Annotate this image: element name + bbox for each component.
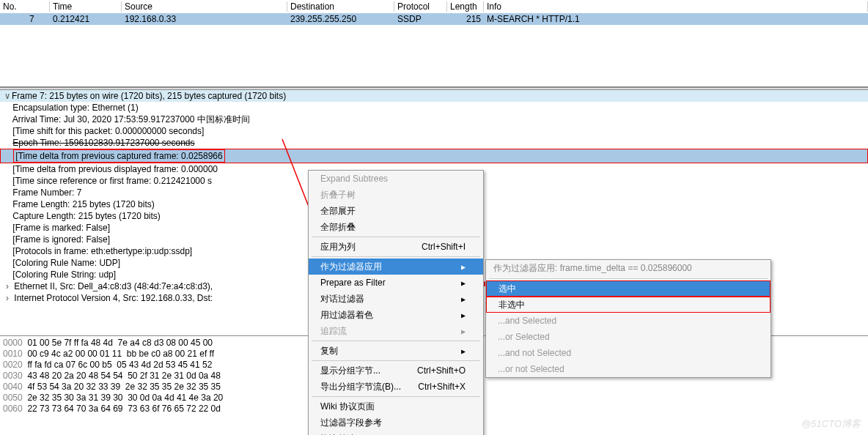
submenu-selected[interactable]: 选中: [486, 280, 770, 297]
menu-protocol-prefs[interactable]: 协议首选项▶: [309, 431, 483, 435]
pkt-dst: 239.255.255.250: [287, 14, 394, 24]
pkt-src: 192.168.0.33: [122, 14, 287, 24]
menu-expand-all[interactable]: 全部展开: [309, 203, 483, 219]
apply-filter-submenu: 作为过滤器应用: frame.time_delta == 0.025896000…: [485, 259, 771, 378]
pkt-len: 215: [447, 14, 484, 24]
menu-field-ref[interactable]: 过滤器字段参考: [309, 414, 483, 431]
menu-expand-subtrees[interactable]: Expand Subtrees: [309, 171, 483, 187]
menu-copy[interactable]: 复制▶: [309, 343, 483, 359]
menu-collapse-all[interactable]: 全部折叠: [309, 219, 483, 235]
menu-separator: [312, 341, 480, 341]
menu-colorize-filter[interactable]: 用过滤器着色▶: [309, 307, 483, 323]
pkt-proto: SSDP: [394, 14, 447, 24]
col-source[interactable]: Source: [122, 1, 287, 12]
submenu-and-selected[interactable]: ...and Selected: [486, 313, 770, 329]
menu-separator: [312, 256, 480, 257]
col-length[interactable]: Length: [447, 1, 484, 12]
col-no[interactable]: No.: [0, 1, 50, 12]
tree-timeshift[interactable]: [Time shift for this packet: 0.000000000…: [0, 125, 868, 137]
packet-list-empty: [0, 25, 868, 86]
submenu-arrow-icon: ▶: [461, 279, 466, 287]
packet-row[interactable]: 7 0.212421 192.168.0.33 239.255.255.250 …: [0, 13, 868, 25]
submenu-or-not-selected[interactable]: ...or not Selected: [486, 361, 770, 377]
watermark: @51CTO博客: [801, 417, 861, 431]
packet-list-pane: No. Time Source Destination Protocol Len…: [0, 0, 868, 87]
menu-apply-column[interactable]: 应用为列Ctrl+Shift+I: [309, 239, 483, 255]
menu-export-bytes[interactable]: 导出分组字节流(B)...Ctrl+Shift+X: [309, 379, 483, 395]
context-menu: Expand Subtrees 折叠子树 全部展开 全部折叠 应用为列Ctrl+…: [308, 170, 484, 435]
pkt-info: M-SEARCH * HTTP/1.1: [484, 14, 868, 24]
menu-separator: [312, 396, 480, 397]
pkt-time: 0.212421: [50, 14, 122, 24]
tree-arrival[interactable]: Arrival Time: Jul 30, 2020 17:53:59.9172…: [0, 114, 868, 125]
tree-time-delta-captured[interactable]: [Time delta from previous captured frame…: [0, 149, 868, 163]
submenu-arrow-icon: ▶: [461, 263, 466, 271]
menu-apply-as-filter[interactable]: 作为过滤器应用▶: [309, 259, 483, 275]
menu-separator: [489, 278, 768, 279]
menu-separator: [312, 237, 480, 237]
pkt-no: 7: [0, 14, 50, 24]
tree-epoch[interactable]: Epoch Time: 1596102839.917237000 seconds: [0, 137, 868, 149]
chevron-right-icon[interactable]: ›: [3, 280, 12, 292]
tree-frame[interactable]: ∨Frame 7: 215 bytes on wire (1720 bits),…: [0, 90, 868, 102]
submenu-arrow-icon: ▶: [461, 347, 466, 355]
col-time[interactable]: Time: [50, 1, 122, 12]
menu-show-bytes[interactable]: 显示分组字节...Ctrl+Shift+O: [309, 362, 483, 379]
submenu-and-not-selected[interactable]: ...and not Selected: [486, 345, 770, 361]
menu-wiki[interactable]: Wiki 协议页面: [309, 398, 483, 414]
col-info[interactable]: Info: [484, 1, 868, 12]
submenu-arrow-icon: ▶: [461, 327, 466, 335]
col-destination[interactable]: Destination: [287, 1, 394, 12]
menu-prepare-filter[interactable]: Prepare as Filter▶: [309, 275, 483, 291]
submenu-title: 作为过滤器应用: frame.time_delta == 0.025896000: [486, 260, 770, 277]
submenu-not-selected[interactable]: 非选中: [486, 297, 770, 313]
chevron-down-icon[interactable]: ∨: [3, 90, 12, 102]
submenu-arrow-icon: ▶: [461, 295, 466, 303]
packet-list-header: No. Time Source Destination Protocol Len…: [0, 0, 868, 13]
menu-follow-stream[interactable]: 追踪流▶: [309, 323, 483, 339]
tree-encap[interactable]: Encapsulation type: Ethernet (1): [0, 102, 868, 114]
col-protocol[interactable]: Protocol: [394, 1, 447, 12]
menu-conversation-filter[interactable]: 对话过滤器▶: [309, 291, 483, 307]
submenu-or-selected[interactable]: ...or Selected: [486, 329, 770, 345]
menu-collapse-subtrees[interactable]: 折叠子树: [309, 187, 483, 203]
menu-separator: [312, 360, 480, 361]
chevron-right-icon[interactable]: ›: [3, 292, 12, 304]
submenu-arrow-icon: ▶: [461, 311, 466, 319]
